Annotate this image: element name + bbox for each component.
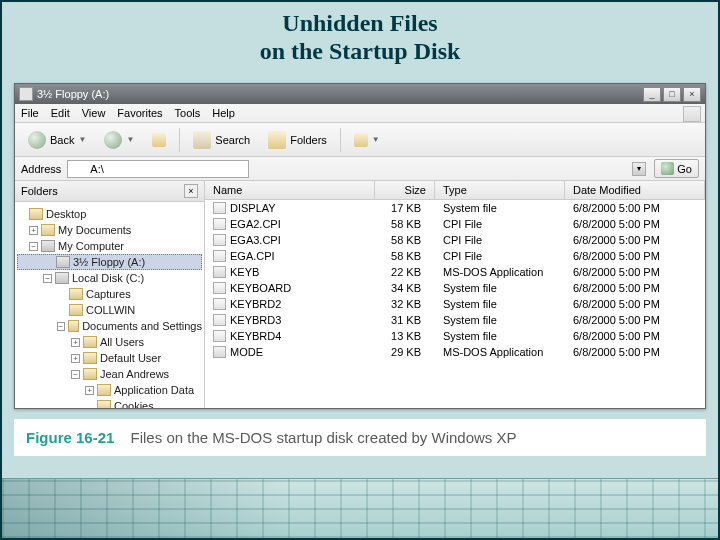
forward-dropdown-icon[interactable]: ▼ — [126, 135, 134, 144]
expand-icon[interactable]: + — [85, 386, 94, 395]
tree-defaultuser[interactable]: +Default User — [17, 350, 202, 366]
folder-tree[interactable]: Desktop +My Documents −My Computer 3½ Fl… — [15, 202, 204, 408]
file-date: 6/8/2000 5:00 PM — [565, 330, 705, 342]
menu-tools[interactable]: Tools — [175, 107, 201, 119]
file-row[interactable]: KEYB22 KBMS-DOS Application6/8/2000 5:00… — [205, 264, 705, 280]
folder-icon — [68, 320, 80, 332]
collapse-icon[interactable]: − — [57, 322, 65, 331]
tree-allusers[interactable]: +All Users — [17, 334, 202, 350]
file-size: 34 KB — [375, 282, 435, 294]
up-button[interactable] — [145, 129, 173, 151]
folders-close-button[interactable]: × — [184, 184, 198, 198]
tree-collwin-label: COLLWIN — [86, 304, 135, 316]
minimize-button[interactable]: _ — [643, 87, 661, 102]
file-date: 6/8/2000 5:00 PM — [565, 250, 705, 262]
file-type: CPI File — [435, 234, 565, 246]
file-row[interactable]: KEYBRD331 KBSystem file6/8/2000 5:00 PM — [205, 312, 705, 328]
file-size: 17 KB — [375, 202, 435, 214]
tree-docsettings[interactable]: −Documents and Settings — [17, 318, 202, 334]
back-dropdown-icon[interactable]: ▼ — [78, 135, 86, 144]
tree-desktop-label: Desktop — [46, 208, 86, 220]
file-icon — [213, 266, 226, 278]
col-name[interactable]: Name — [205, 181, 375, 199]
tree-cookies[interactable]: Cookies — [17, 398, 202, 408]
tree-collwin[interactable]: COLLWIN — [17, 302, 202, 318]
collapse-icon[interactable]: − — [43, 274, 52, 283]
folders-panel: Folders × Desktop +My Documents −My Comp… — [15, 181, 205, 408]
hdd-icon — [55, 272, 69, 284]
col-type[interactable]: Type — [435, 181, 565, 199]
toolbar-separator — [179, 128, 180, 152]
titlebar[interactable]: 3½ Floppy (A:) _ □ × — [15, 84, 705, 104]
folder-icon — [41, 224, 55, 236]
file-name: KEYBRD2 — [230, 298, 281, 310]
file-icon — [213, 282, 226, 294]
back-button[interactable]: Back ▼ — [21, 127, 93, 153]
file-name: MODE — [230, 346, 263, 358]
tree-cookies-label: Cookies — [114, 400, 154, 408]
views-button[interactable]: ▼ — [347, 129, 387, 151]
col-size[interactable]: Size — [375, 181, 435, 199]
address-dropdown-icon[interactable]: ▾ — [632, 162, 646, 176]
file-row[interactable]: DISPLAY17 KBSystem file6/8/2000 5:00 PM — [205, 200, 705, 216]
file-name: DISPLAY — [230, 202, 276, 214]
file-name: EGA2.CPI — [230, 218, 281, 230]
tree-mycomputer[interactable]: −My Computer — [17, 238, 202, 254]
tree-localdisk[interactable]: −Local Disk (C:) — [17, 270, 202, 286]
menu-edit[interactable]: Edit — [51, 107, 70, 119]
close-button[interactable]: × — [683, 87, 701, 102]
tree-captures[interactable]: Captures — [17, 286, 202, 302]
file-size: 58 KB — [375, 218, 435, 230]
file-row[interactable]: MODE29 KBMS-DOS Application6/8/2000 5:00… — [205, 344, 705, 360]
folder-icon — [83, 336, 97, 348]
slide-title-line2: on the Startup Disk — [2, 38, 718, 66]
file-date: 6/8/2000 5:00 PM — [565, 314, 705, 326]
tree-mydocuments[interactable]: +My Documents — [17, 222, 202, 238]
file-row[interactable]: EGA2.CPI58 KBCPI File6/8/2000 5:00 PM — [205, 216, 705, 232]
menu-bar: File Edit View Favorites Tools Help — [15, 104, 705, 123]
folders-panel-title: Folders — [21, 185, 58, 197]
explorer-window: 3½ Floppy (A:) _ □ × File Edit View Favo… — [14, 83, 706, 409]
forward-arrow-icon — [104, 131, 122, 149]
file-name: EGA.CPI — [230, 250, 275, 262]
file-row[interactable]: KEYBOARD34 KBSystem file6/8/2000 5:00 PM — [205, 280, 705, 296]
forward-button[interactable]: ▼ — [97, 127, 141, 153]
figure-label: Figure 16-21 — [26, 429, 114, 446]
menu-file[interactable]: File — [21, 107, 39, 119]
file-name: KEYBRD4 — [230, 330, 281, 342]
address-input[interactable] — [67, 160, 249, 178]
collapse-icon[interactable]: − — [71, 370, 80, 379]
tree-jean[interactable]: −Jean Andrews — [17, 366, 202, 382]
file-type: MS-DOS Application — [435, 346, 565, 358]
menu-favorites[interactable]: Favorites — [117, 107, 162, 119]
tree-mycomp-label: My Computer — [58, 240, 124, 252]
tree-appdata[interactable]: +Application Data — [17, 382, 202, 398]
file-row[interactable]: KEYBRD413 KBSystem file6/8/2000 5:00 PM — [205, 328, 705, 344]
expand-icon[interactable]: + — [71, 354, 80, 363]
expand-icon[interactable]: + — [29, 226, 38, 235]
file-type: System file — [435, 282, 565, 294]
menu-view[interactable]: View — [82, 107, 106, 119]
maximize-button[interactable]: □ — [663, 87, 681, 102]
decorative-footer — [2, 478, 718, 538]
expand-icon[interactable]: + — [71, 338, 80, 347]
file-row[interactable]: EGA.CPI58 KBCPI File6/8/2000 5:00 PM — [205, 248, 705, 264]
go-button[interactable]: Go — [654, 159, 699, 178]
col-date[interactable]: Date Modified — [565, 181, 705, 199]
search-button[interactable]: Search — [186, 127, 257, 153]
file-date: 6/8/2000 5:00 PM — [565, 346, 705, 358]
tree-floppy-selected[interactable]: 3½ Floppy (A:) — [17, 254, 202, 270]
collapse-icon[interactable]: − — [29, 242, 38, 251]
file-list[interactable]: DISPLAY17 KBSystem file6/8/2000 5:00 PME… — [205, 200, 705, 408]
views-dropdown-icon[interactable]: ▼ — [372, 135, 380, 144]
computer-icon — [41, 240, 55, 252]
folders-button[interactable]: Folders — [261, 127, 334, 153]
tree-desktop[interactable]: Desktop — [17, 206, 202, 222]
file-row[interactable]: EGA3.CPI58 KBCPI File6/8/2000 5:00 PM — [205, 232, 705, 248]
file-size: 31 KB — [375, 314, 435, 326]
file-type: CPI File — [435, 218, 565, 230]
file-icon — [213, 298, 226, 310]
up-folder-icon — [152, 133, 166, 147]
file-row[interactable]: KEYBRD232 KBSystem file6/8/2000 5:00 PM — [205, 296, 705, 312]
menu-help[interactable]: Help — [212, 107, 235, 119]
